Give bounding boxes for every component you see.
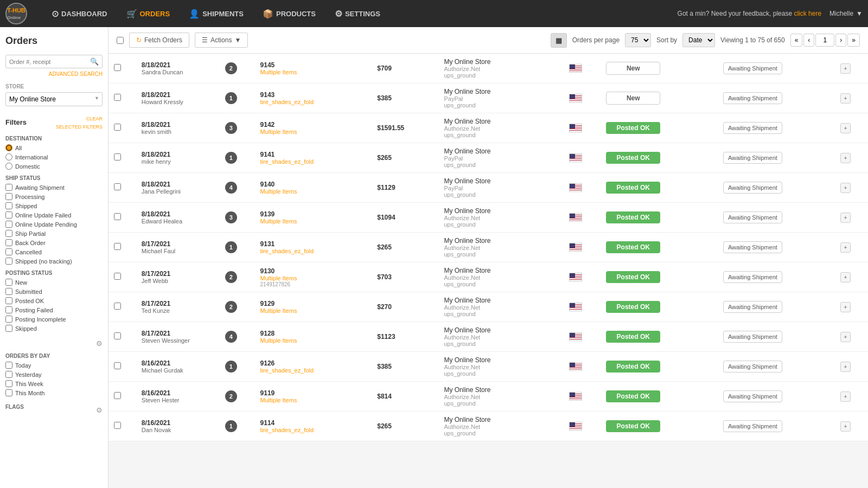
expand-row-button[interactable]: +: [840, 272, 851, 282]
row-checkbox[interactable]: [114, 332, 121, 339]
post-ok[interactable]: Posted OK: [5, 297, 103, 304]
destination-all[interactable]: All: [5, 144, 103, 151]
ship-status-cell: Awaiting Shipment: [718, 203, 835, 233]
order-flag-cell: [564, 382, 601, 412]
expand-row-button[interactable]: +: [840, 362, 851, 372]
post-failed[interactable]: Posting Failed: [5, 306, 103, 313]
nav-dashboard[interactable]: ⊙ DASHBOARD: [43, 4, 116, 23]
per-page-select[interactable]: 75: [625, 33, 651, 47]
expand-row-button[interactable]: +: [840, 63, 851, 74]
order-items: Multiple Items: [260, 397, 367, 403]
order-number[interactable]: 9128: [260, 330, 367, 337]
nav-orders[interactable]: 🛒 ORDERS: [118, 4, 178, 23]
ship-processing[interactable]: Processing: [5, 193, 103, 200]
user-menu[interactable]: Michelle ▼: [829, 10, 863, 17]
ship-shipped[interactable]: Shipped: [5, 202, 103, 209]
order-number[interactable]: 9131: [260, 240, 367, 248]
ship-backorder[interactable]: Back Order: [5, 239, 103, 246]
search-input[interactable]: [9, 59, 90, 65]
page-first-button[interactable]: «: [790, 34, 803, 47]
row-checkbox[interactable]: [114, 392, 121, 399]
logo[interactable]: T-HUBOnline: [5, 3, 27, 24]
row-checkbox[interactable]: [114, 94, 121, 101]
post-skipped[interactable]: Skipped: [5, 325, 103, 332]
order-store: My Online Store: [444, 386, 558, 394]
order-amount: $1591.55: [377, 124, 404, 132]
day-today[interactable]: Today: [5, 362, 103, 369]
feedback-link[interactable]: click here: [794, 10, 821, 17]
expand-row-button[interactable]: +: [840, 183, 851, 193]
table-row: 8/17/2021 Michael Faul 1 9131 tire_shade…: [108, 233, 868, 262]
ship-partial[interactable]: Ship Partial: [5, 230, 103, 237]
expand-row-button[interactable]: +: [840, 153, 851, 163]
destination-international[interactable]: International: [5, 153, 103, 160]
ship-awaiting[interactable]: Awaiting Shipment: [5, 184, 103, 191]
expand-row-button[interactable]: +: [840, 123, 851, 133]
sort-select[interactable]: Date: [682, 33, 715, 47]
order-number[interactable]: 9145: [260, 61, 367, 69]
order-number[interactable]: 9140: [260, 181, 367, 188]
expand-row-button[interactable]: +: [840, 213, 851, 223]
expand-row-button[interactable]: +: [840, 332, 851, 342]
row-checkbox[interactable]: [114, 124, 121, 131]
row-checkbox[interactable]: [114, 153, 121, 160]
fetch-orders-button[interactable]: ↻ Fetch Orders: [129, 33, 189, 48]
post-new[interactable]: New: [5, 279, 103, 286]
ship-cancelled[interactable]: Cancelled: [5, 248, 103, 255]
actions-button[interactable]: ☰ Actions ▼: [195, 33, 248, 48]
item-count-badge: 2: [225, 301, 237, 313]
order-number[interactable]: 9114: [260, 419, 367, 427]
nav-shipments[interactable]: 👤 SHIPMENTS: [181, 4, 252, 23]
flags-gear-icon[interactable]: ⚙: [96, 406, 103, 414]
day-this-month[interactable]: This Month: [5, 389, 103, 396]
day-yesterday[interactable]: Yesterday: [5, 371, 103, 378]
post-submitted[interactable]: Submitted: [5, 288, 103, 295]
order-number[interactable]: 9141: [260, 151, 367, 158]
page-next-button[interactable]: ›: [835, 34, 846, 47]
advanced-search-link[interactable]: ADVANCED SEARCH: [5, 71, 103, 77]
page-last-button[interactable]: »: [847, 34, 860, 47]
grid-view-button[interactable]: ▦: [551, 33, 567, 48]
destination-domestic[interactable]: Domestic: [5, 163, 103, 170]
order-number[interactable]: 9139: [260, 210, 367, 218]
row-checkbox[interactable]: [114, 213, 121, 220]
row-checkbox[interactable]: [114, 422, 121, 429]
page-prev-button[interactable]: ‹: [803, 34, 814, 47]
row-checkbox[interactable]: [114, 273, 121, 280]
order-count-cell: 1: [220, 412, 255, 441]
order-number[interactable]: 9129: [260, 300, 367, 307]
expand-row-button[interactable]: +: [840, 421, 851, 432]
nav-settings[interactable]: ⚙ SETTINGS: [327, 4, 388, 23]
post-incomplete[interactable]: Posting Incomplete: [5, 316, 103, 323]
store-select[interactable]: My Online Store: [5, 92, 103, 106]
ship-update-pending[interactable]: Online Update Pending: [5, 221, 103, 228]
expand-row-button[interactable]: +: [840, 242, 851, 253]
order-number[interactable]: 9126: [260, 359, 367, 367]
order-store-cell: My Online Store Authorize.Net ups_ground: [438, 54, 564, 84]
row-checkbox[interactable]: [114, 303, 121, 310]
row-checkbox[interactable]: [114, 183, 121, 190]
row-checkbox[interactable]: [114, 362, 121, 369]
nav-products[interactable]: 📦 PRODUCTS: [254, 4, 324, 23]
ship-status-badge: Awaiting Shipment: [723, 420, 782, 432]
row-checkbox-cell: [108, 262, 136, 292]
expand-row-button[interactable]: +: [840, 302, 851, 312]
select-all-checkbox[interactable]: [117, 37, 124, 44]
ship-update-failed[interactable]: Online Update Failed: [5, 211, 103, 219]
order-number[interactable]: 9143: [260, 91, 367, 99]
search-box[interactable]: 🔍: [5, 55, 103, 68]
order-number[interactable]: 9130: [260, 267, 367, 275]
filters-gear-icon[interactable]: ⚙: [96, 339, 103, 348]
day-this-week[interactable]: This Week: [5, 380, 103, 387]
order-shipping: ups_ground: [444, 102, 558, 108]
ship-no-tracking[interactable]: Shipped (no tracking): [5, 258, 103, 265]
page-input[interactable]: [815, 34, 834, 47]
expand-row-button[interactable]: +: [840, 93, 851, 104]
clear-filters-btn[interactable]: CLEAR: [86, 116, 103, 121]
order-number[interactable]: 9119: [260, 389, 367, 397]
expand-row-button[interactable]: +: [840, 391, 851, 402]
row-checkbox[interactable]: [114, 243, 121, 250]
viewing-text: Viewing 1 to 75 of 650: [720, 36, 785, 44]
order-number[interactable]: 9142: [260, 121, 367, 129]
row-checkbox[interactable]: [114, 64, 121, 71]
